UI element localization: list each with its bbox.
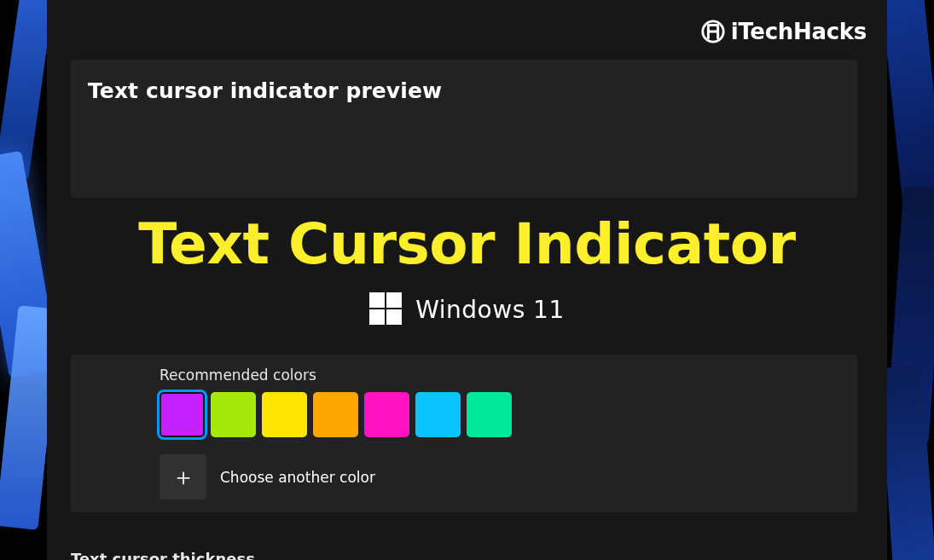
watermark: iTechHacks — [700, 19, 867, 44]
preview-card-title: Text cursor indicator preview — [88, 78, 840, 103]
plus-icon: ＋ — [171, 465, 195, 489]
windows-logo-icon — [369, 292, 403, 326]
color-swatch-yellow[interactable] — [262, 392, 307, 437]
recommended-colors-card: Recommended colors ＋ Choose another colo… — [71, 355, 857, 512]
choose-another-color-button[interactable]: ＋ — [160, 454, 206, 499]
color-swatch-purple[interactable] — [160, 392, 205, 437]
hero-subtitle-row: Windows 11 — [369, 292, 565, 326]
hero-subtitle: Windows 11 — [415, 296, 565, 324]
color-swatch-lime[interactable] — [211, 392, 256, 437]
color-swatch-teal[interactable] — [467, 392, 512, 437]
choose-another-color-label: Choose another color — [220, 469, 375, 486]
color-swatch-row — [160, 392, 840, 437]
wallpaper-right — [887, 0, 934, 560]
hero-title: Text Cursor Indicator — [47, 215, 887, 274]
color-swatch-orange[interactable] — [313, 392, 358, 437]
hero: Text Cursor Indicator Windows 11 — [47, 215, 887, 330]
color-swatch-cyan[interactable] — [415, 392, 461, 437]
wallpaper-left — [0, 0, 47, 560]
text-cursor-thickness-label: Text cursor thickness — [71, 550, 255, 560]
preview-card: Text cursor indicator preview — [71, 60, 857, 198]
watermark-logo-icon — [700, 19, 726, 44]
choose-color-row: ＋ Choose another color — [160, 454, 840, 499]
recommended-colors-label: Recommended colors — [160, 367, 840, 384]
settings-panel: iTechHacks Text cursor indicator preview… — [47, 0, 887, 560]
color-swatch-magenta[interactable] — [364, 392, 409, 437]
watermark-text: iTechHacks — [731, 19, 867, 44]
